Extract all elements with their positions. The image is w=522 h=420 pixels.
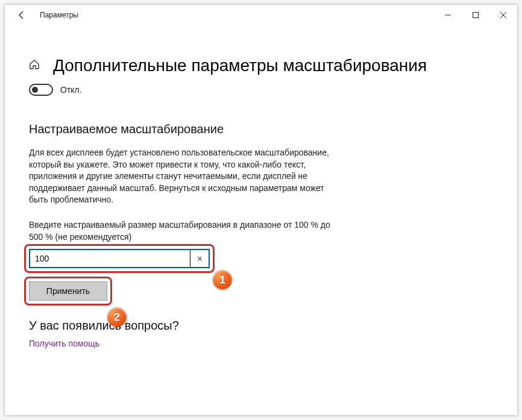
settings-window: Параметры Дополнительные параметры масшт…: [5, 5, 517, 415]
minimize-button[interactable]: [434, 5, 462, 25]
annotation-badge-1: 1: [213, 270, 232, 289]
help-heading: У вас появились вопросы?: [29, 319, 493, 333]
page-title: Дополнительные параметры масштабирования: [53, 56, 427, 75]
back-button[interactable]: [16, 11, 28, 19]
scaling-toggle[interactable]: [29, 84, 53, 96]
toggle-state-label: Откл.: [60, 85, 82, 95]
scale-input-label: Введите настраиваемый размер масштабиров…: [29, 219, 336, 243]
apply-wrap: Применить: [29, 281, 107, 301]
section-description: Для всех дисплеев будет установлено поль…: [29, 147, 336, 206]
apply-button[interactable]: Применить: [29, 281, 107, 301]
toggle-row: Откл.: [29, 84, 493, 96]
window-title: Параметры: [40, 11, 78, 19]
maximize-button[interactable]: [462, 5, 489, 25]
scale-input-box: ✕: [29, 249, 210, 268]
home-icon[interactable]: [29, 59, 40, 73]
annotation-badge-2: 2: [107, 307, 127, 327]
section-heading: Настраиваемое масштабирование: [29, 122, 493, 136]
scale-input-wrap: ✕: [29, 249, 210, 268]
clear-input-icon[interactable]: ✕: [190, 254, 209, 263]
help-link[interactable]: Получить помощь: [29, 339, 493, 348]
svg-rect-1: [473, 13, 479, 18]
toggle-knob: [32, 87, 38, 93]
scale-input[interactable]: [30, 250, 190, 267]
titlebar: Параметры: [5, 5, 517, 25]
page-header: Дополнительные параметры масштабирования: [29, 56, 493, 75]
close-button[interactable]: [489, 5, 517, 25]
window-controls: [434, 5, 517, 25]
content-area: Дополнительные параметры масштабирования…: [5, 25, 517, 348]
